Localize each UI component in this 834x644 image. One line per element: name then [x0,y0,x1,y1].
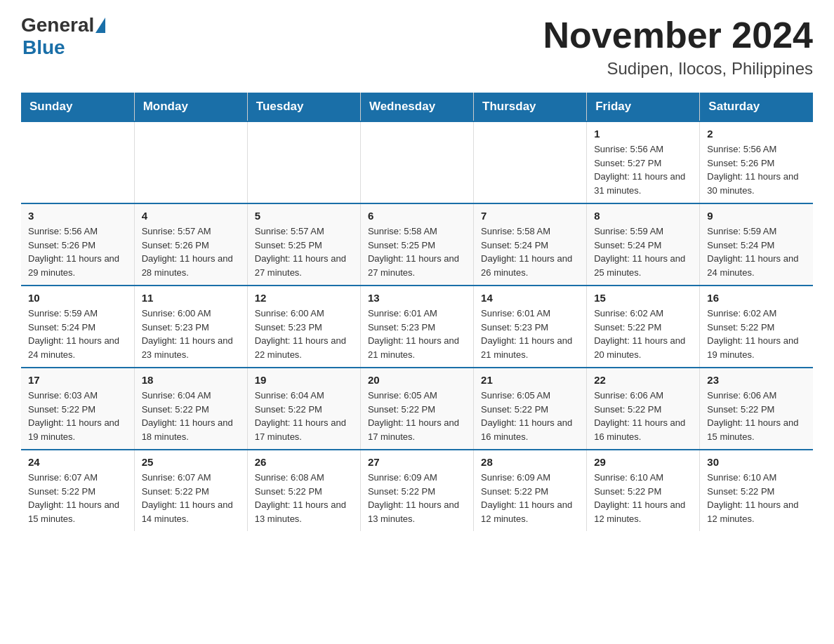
calendar-week-row: 3Sunrise: 5:56 AM Sunset: 5:26 PM Daylig… [21,203,813,286]
day-number: 9 [707,210,806,222]
day-number: 29 [594,456,692,468]
day-number: 11 [142,292,240,304]
day-number: 19 [255,374,353,386]
day-info: Sunrise: 6:08 AM Sunset: 5:22 PM Dayligh… [255,471,353,525]
day-info: Sunrise: 6:07 AM Sunset: 5:22 PM Dayligh… [142,471,240,525]
day-number: 2 [707,128,806,140]
calendar-day-2: 2Sunrise: 5:56 AM Sunset: 5:26 PM Daylig… [700,121,813,203]
calendar-day-26: 26Sunrise: 6:08 AM Sunset: 5:22 PM Dayli… [247,450,360,531]
calendar-day-3: 3Sunrise: 5:56 AM Sunset: 5:26 PM Daylig… [21,203,134,286]
calendar-header-saturday: Saturday [700,93,813,121]
day-number: 24 [28,456,127,468]
calendar-empty-cell [360,121,473,203]
day-info: Sunrise: 5:57 AM Sunset: 5:26 PM Dayligh… [142,224,240,279]
day-info: Sunrise: 6:06 AM Sunset: 5:22 PM Dayligh… [594,389,692,443]
calendar-day-1: 1Sunrise: 5:56 AM Sunset: 5:27 PM Daylig… [587,121,700,203]
calendar-empty-cell [21,121,134,203]
logo-blue-text: Blue [21,36,65,59]
day-number: 5 [255,210,353,222]
calendar-location: Sudipen, Ilocos, Philippines [543,59,813,79]
day-number: 7 [481,210,579,222]
calendar-day-9: 9Sunrise: 5:59 AM Sunset: 5:24 PM Daylig… [700,203,813,286]
calendar-day-23: 23Sunrise: 6:06 AM Sunset: 5:22 PM Dayli… [700,368,813,450]
day-number: 23 [707,374,806,386]
calendar-header-wednesday: Wednesday [360,93,473,121]
calendar-day-7: 7Sunrise: 5:58 AM Sunset: 5:24 PM Daylig… [474,203,587,286]
calendar-week-row: 24Sunrise: 6:07 AM Sunset: 5:22 PM Dayli… [21,450,813,531]
day-number: 20 [368,374,466,386]
day-number: 8 [594,210,692,222]
day-number: 4 [142,210,240,222]
day-info: Sunrise: 6:10 AM Sunset: 5:22 PM Dayligh… [707,471,806,525]
calendar-day-18: 18Sunrise: 6:04 AM Sunset: 5:22 PM Dayli… [134,368,247,450]
day-info: Sunrise: 5:56 AM Sunset: 5:26 PM Dayligh… [707,142,806,197]
logo-general-text: General [21,14,94,36]
day-info: Sunrise: 6:07 AM Sunset: 5:22 PM Dayligh… [28,471,127,525]
day-number: 12 [255,292,353,304]
calendar-day-6: 6Sunrise: 5:58 AM Sunset: 5:25 PM Daylig… [360,203,473,286]
day-info: Sunrise: 6:01 AM Sunset: 5:23 PM Dayligh… [368,307,466,361]
calendar-week-row: 10Sunrise: 5:59 AM Sunset: 5:24 PM Dayli… [21,286,813,368]
logo: General Blue [21,14,105,59]
calendar-day-24: 24Sunrise: 6:07 AM Sunset: 5:22 PM Dayli… [21,450,134,531]
page-header: General Blue November 2024 Sudipen, Iloc… [21,14,813,79]
calendar-day-10: 10Sunrise: 5:59 AM Sunset: 5:24 PM Dayli… [21,286,134,368]
title-block: November 2024 Sudipen, Ilocos, Philippin… [543,14,813,79]
calendar-header-row: SundayMondayTuesdayWednesdayThursdayFrid… [21,93,813,121]
day-number: 13 [368,292,466,304]
day-number: 14 [481,292,579,304]
calendar-day-22: 22Sunrise: 6:06 AM Sunset: 5:22 PM Dayli… [587,368,700,450]
calendar-day-4: 4Sunrise: 5:57 AM Sunset: 5:26 PM Daylig… [134,203,247,286]
day-number: 1 [594,128,692,140]
day-number: 17 [28,374,127,386]
calendar-day-15: 15Sunrise: 6:02 AM Sunset: 5:22 PM Dayli… [587,286,700,368]
day-info: Sunrise: 6:05 AM Sunset: 5:22 PM Dayligh… [481,389,579,443]
day-number: 15 [594,292,692,304]
calendar-empty-cell [474,121,587,203]
calendar-day-19: 19Sunrise: 6:04 AM Sunset: 5:22 PM Dayli… [247,368,360,450]
logo-triangle-icon [95,18,105,33]
calendar-day-28: 28Sunrise: 6:09 AM Sunset: 5:22 PM Dayli… [474,450,587,531]
day-number: 18 [142,374,240,386]
day-info: Sunrise: 6:00 AM Sunset: 5:23 PM Dayligh… [142,307,240,361]
day-info: Sunrise: 6:06 AM Sunset: 5:22 PM Dayligh… [707,389,806,443]
day-number: 30 [707,456,806,468]
calendar-empty-cell [247,121,360,203]
day-number: 26 [255,456,353,468]
day-number: 3 [28,210,127,222]
day-info: Sunrise: 6:02 AM Sunset: 5:22 PM Dayligh… [707,307,806,361]
day-number: 6 [368,210,466,222]
day-info: Sunrise: 5:59 AM Sunset: 5:24 PM Dayligh… [594,224,692,279]
calendar-day-25: 25Sunrise: 6:07 AM Sunset: 5:22 PM Dayli… [134,450,247,531]
day-info: Sunrise: 5:56 AM Sunset: 5:26 PM Dayligh… [28,224,127,279]
day-info: Sunrise: 5:59 AM Sunset: 5:24 PM Dayligh… [28,307,127,361]
day-info: Sunrise: 6:01 AM Sunset: 5:23 PM Dayligh… [481,307,579,361]
calendar-table: SundayMondayTuesdayWednesdayThursdayFrid… [21,93,813,531]
day-info: Sunrise: 5:56 AM Sunset: 5:27 PM Dayligh… [594,142,692,197]
day-info: Sunrise: 6:10 AM Sunset: 5:22 PM Dayligh… [594,471,692,525]
calendar-day-29: 29Sunrise: 6:10 AM Sunset: 5:22 PM Dayli… [587,450,700,531]
day-number: 25 [142,456,240,468]
calendar-day-27: 27Sunrise: 6:09 AM Sunset: 5:22 PM Dayli… [360,450,473,531]
calendar-day-20: 20Sunrise: 6:05 AM Sunset: 5:22 PM Dayli… [360,368,473,450]
day-number: 27 [368,456,466,468]
calendar-week-row: 1Sunrise: 5:56 AM Sunset: 5:27 PM Daylig… [21,121,813,203]
calendar-empty-cell [134,121,247,203]
day-info: Sunrise: 6:09 AM Sunset: 5:22 PM Dayligh… [481,471,579,525]
calendar-day-11: 11Sunrise: 6:00 AM Sunset: 5:23 PM Dayli… [134,286,247,368]
day-info: Sunrise: 6:05 AM Sunset: 5:22 PM Dayligh… [368,389,466,443]
calendar-title: November 2024 [543,14,813,56]
day-number: 22 [594,374,692,386]
calendar-header-monday: Monday [134,93,247,121]
day-number: 16 [707,292,806,304]
day-number: 28 [481,456,579,468]
day-info: Sunrise: 5:58 AM Sunset: 5:25 PM Dayligh… [368,224,466,279]
calendar-day-21: 21Sunrise: 6:05 AM Sunset: 5:22 PM Dayli… [474,368,587,450]
day-number: 21 [481,374,579,386]
calendar-day-30: 30Sunrise: 6:10 AM Sunset: 5:22 PM Dayli… [700,450,813,531]
day-info: Sunrise: 6:04 AM Sunset: 5:22 PM Dayligh… [142,389,240,443]
day-info: Sunrise: 5:58 AM Sunset: 5:24 PM Dayligh… [481,224,579,279]
day-number: 10 [28,292,127,304]
calendar-day-17: 17Sunrise: 6:03 AM Sunset: 5:22 PM Dayli… [21,368,134,450]
day-info: Sunrise: 6:00 AM Sunset: 5:23 PM Dayligh… [255,307,353,361]
